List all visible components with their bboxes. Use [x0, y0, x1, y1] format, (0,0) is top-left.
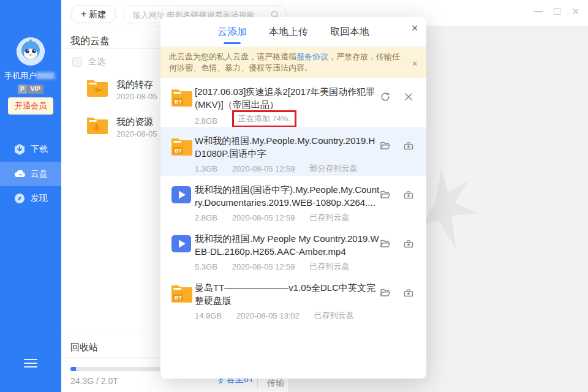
task-row[interactable]: BT 曼岛TT———————v1.05全DLC中英文完整硬盘版 14.9GB 2…: [160, 274, 426, 323]
plus-icon: +: [81, 9, 86, 19]
retrieve-to-device-icon[interactable]: [403, 189, 414, 200]
sidebar-item-discover[interactable]: 发现: [0, 186, 61, 211]
banner-close-icon[interactable]: ✕: [412, 58, 418, 69]
new-task-button[interactable]: +新建: [70, 5, 116, 23]
tab-local-upload[interactable]: 本地上传: [269, 26, 308, 39]
task-title: W和我的祖国.My.People.My.Country.2019.HD1080P…: [195, 135, 380, 160]
task-date: 2020-08-05 12:59: [232, 262, 295, 271]
svg-text:BT: BT: [175, 148, 182, 154]
task-title: 曼岛TT———————v1.05全DLC中英文完整硬盘版: [195, 282, 380, 307]
download-icon: [13, 143, 26, 156]
cloud-icon: [13, 168, 26, 180]
svg-text:BT: BT: [175, 295, 182, 301]
bird-mascot-icon: [17, 37, 45, 66]
task-size: 5.3GB: [195, 262, 217, 271]
open-folder-icon[interactable]: [380, 189, 391, 200]
service-agreement-link[interactable]: 服务协议: [296, 52, 328, 61]
resources-folder-icon: [86, 115, 108, 134]
vip-label-badge: VIP: [28, 85, 43, 94]
retrieve-to-device-icon[interactable]: [403, 140, 414, 151]
bt-folder-icon: BT: [170, 136, 192, 156]
sidebar: 手机用户. PVIP 开通会员 下载 云盘 发现: [0, 0, 61, 392]
username-suffix: .: [55, 71, 57, 80]
video-file-icon: [170, 234, 192, 254]
task-row[interactable]: BT [2017.06.03]疾速追杀2[2017年美国动作犯罪(MKV)]（帝…: [160, 78, 426, 127]
vip-p-badge: P: [18, 85, 27, 94]
watermark-star-icon: [421, 168, 480, 251]
transfer-folder-icon: [86, 78, 108, 97]
folder-date: 2020-08-05 1: [116, 92, 164, 101]
sidebar-item-download[interactable]: 下载: [0, 137, 61, 162]
sidebar-menu: 下载 云盘 发现: [0, 137, 61, 211]
bt-folder-icon: BT: [170, 283, 192, 303]
cloud-add-dialog: ✕ 云添加 本地上传 取回本地 此云盘为您的私人云盘，请严格遵循服务协议，严禁存…: [160, 17, 426, 379]
folder-date: 2020-08-05 1: [116, 129, 164, 138]
task-date: 2020-08-05 13:02: [236, 311, 300, 320]
task-size: 14.9GB: [195, 311, 222, 320]
folder-name: 我的转存: [116, 79, 153, 91]
window-controls: ✕: [534, 7, 579, 16]
task-status: 已存到云盘: [310, 212, 350, 223]
open-folder-icon[interactable]: [380, 238, 391, 249]
select-all-row: 全选: [72, 56, 105, 67]
window-close-icon[interactable]: ✕: [571, 7, 579, 16]
upgrade-membership-button[interactable]: 开通会员: [8, 97, 53, 115]
sidebar-item-clouddisk[interactable]: 云盘: [0, 162, 61, 186]
minimize-icon[interactable]: [534, 11, 543, 12]
open-folder-icon[interactable]: [380, 140, 391, 151]
compass-icon: [13, 192, 26, 205]
task-status: 已存到云盘: [310, 261, 350, 272]
tab-retrieve-local[interactable]: 取回本地: [330, 26, 369, 39]
sidebar-item-label: 下载: [31, 144, 48, 155]
blurred-username-part: [36, 72, 55, 79]
task-title: [2017.06.03]疾速追杀2[2017年美国动作犯罪(MKV)]（帝国出品…: [195, 86, 380, 111]
sidebar-item-label: 发现: [31, 193, 48, 204]
dialog-tabs: 云添加 本地上传 取回本地: [160, 17, 426, 47]
page-title: 我的云盘: [70, 35, 110, 48]
task-status-annotated: 正在添加 74%.: [232, 110, 296, 127]
storage-usage-label: 24.3G / 2.0T: [70, 376, 118, 386]
open-folder-icon[interactable]: [380, 287, 391, 298]
folder-name: 我的资源: [116, 116, 153, 128]
hamburger-menu-icon[interactable]: [24, 359, 37, 370]
vip-badge: PVIP: [0, 83, 61, 94]
storage-progress-fill: [70, 367, 76, 371]
task-size: 2.8GB: [195, 116, 217, 126]
tab-label: 本地上传: [269, 26, 308, 37]
tab-label: 取回本地: [330, 26, 369, 37]
task-title: 我和我的祖国.My People My Country.2019.WEB-DL.…: [195, 233, 380, 258]
task-title: 我和我的祖国(国语中字).My.People.My.Country.Docume…: [195, 184, 380, 209]
svg-text:BT: BT: [175, 99, 182, 105]
tab-label: 云添加: [217, 26, 247, 37]
banner-text: 此云盘为您的私人云盘，请严格遵循: [169, 52, 296, 61]
task-row[interactable]: 我和我的祖国(国语中字).My.People.My.Country.Docume…: [160, 176, 426, 225]
select-all-checkbox[interactable]: [72, 57, 82, 67]
dialog-close-icon[interactable]: ✕: [411, 23, 418, 33]
avatar[interactable]: [17, 37, 45, 66]
task-row[interactable]: 我和我的祖国.My People My Country.2019.WEB-DL.…: [160, 225, 426, 274]
transfer-tab[interactable]: 传输: [267, 378, 284, 389]
sidebar-item-label: 云盘: [31, 168, 48, 179]
cancel-task-icon[interactable]: [403, 91, 414, 102]
refresh-icon[interactable]: [380, 91, 391, 102]
task-row[interactable]: BT W和我的祖国.My.People.My.Country.2019.HD10…: [160, 127, 426, 176]
new-task-label: 新建: [89, 9, 106, 19]
task-status: 部分存到云盘: [310, 163, 358, 174]
video-file-icon: [170, 185, 192, 205]
tab-cloud-add[interactable]: 云添加: [217, 26, 247, 44]
select-all-label: 全选: [88, 56, 105, 67]
retrieve-to-device-icon[interactable]: [403, 238, 414, 249]
bt-folder-icon: BT: [170, 87, 192, 107]
task-size: 1.3GB: [195, 164, 217, 173]
recycle-bin-link[interactable]: 回收站: [70, 342, 98, 353]
maximize-icon[interactable]: [554, 8, 560, 15]
username: 手机用户.: [0, 70, 61, 81]
policy-banner: 此云盘为您的私人云盘，请严格遵循服务协议，严禁存放，传输任何涉密、色情、暴力、侵…: [160, 47, 426, 78]
cloud-task-list: BT [2017.06.03]疾速追杀2[2017年美国动作犯罪(MKV)]（帝…: [160, 78, 426, 323]
active-tab-underline: [224, 42, 241, 44]
retrieve-to-device-icon[interactable]: [403, 287, 414, 298]
task-status: 已存到云盘: [314, 310, 354, 321]
task-date: 2020-08-05 12:59: [232, 213, 295, 222]
task-date: 2020-08-05 12:59: [232, 164, 295, 173]
username-text: 手机用户: [4, 71, 36, 80]
